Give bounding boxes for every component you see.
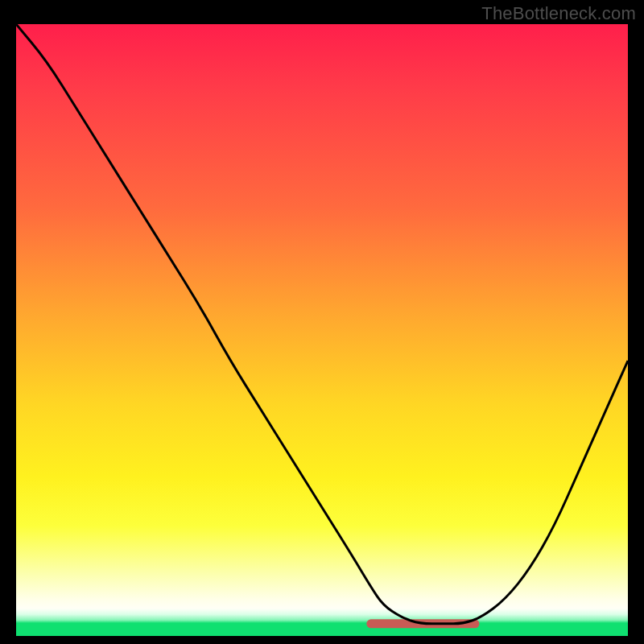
chart-main-curve bbox=[16, 24, 628, 624]
chart-svg bbox=[16, 24, 628, 636]
watermark-text: TheBottleneck.com bbox=[481, 3, 636, 24]
chart-area bbox=[16, 24, 628, 636]
